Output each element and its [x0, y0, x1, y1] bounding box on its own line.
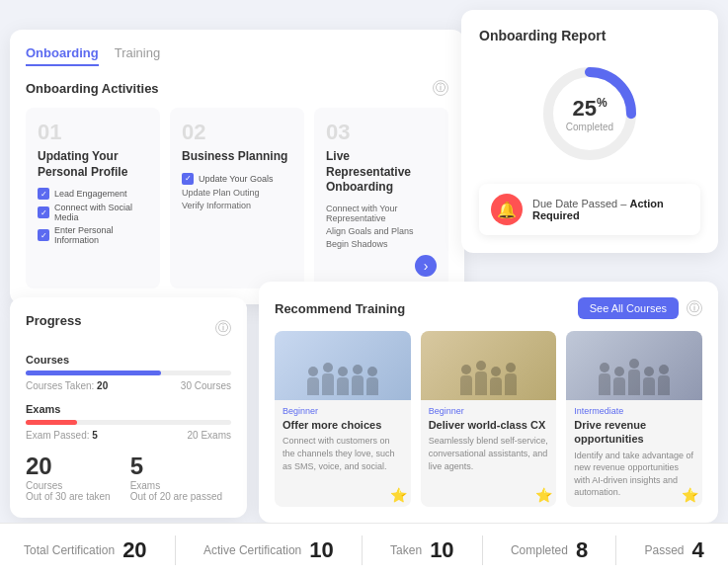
course-3-card[interactable]: ⭐ Intermediate Drive revenue opportuniti… [566, 331, 702, 507]
activity-3-plain-3: Begin Shadows [326, 239, 437, 249]
person-3 [337, 367, 349, 395]
activity-2-check-1: Update Your Goals [182, 173, 292, 185]
course-3-name: Drive revenue opportunities [574, 418, 694, 447]
exams-stat: 5 Exams Out of 20 are passed [130, 453, 222, 502]
donut-label: 25% Completed [566, 96, 613, 132]
passed-stat: Passed 4 [645, 537, 704, 563]
course-3-image: ⭐ [566, 331, 702, 400]
course-2-name: Deliver world-class CX [429, 418, 549, 432]
exams-bar-fill [26, 420, 77, 425]
course-3-scene [566, 331, 702, 400]
exams-passed-val: 5 [92, 430, 98, 441]
course-1-card[interactable]: ⭐ Beginner Offer more choices Connect wi… [275, 331, 411, 507]
course-1-level: Beginner [283, 406, 403, 416]
checkbox-2-1 [182, 173, 194, 185]
activity-1-check-3: Enter Personal Information [38, 225, 148, 245]
courses-meta: Courses Taken: 20 30 Courses [26, 380, 231, 391]
courses-grid: ⭐ Beginner Offer more choices Connect wi… [275, 331, 702, 507]
courses-bar-fill [26, 371, 161, 375]
onboarding-report-card: Onboarding Report 25% Completed 🔔 Due Da… [461, 10, 718, 253]
courses-bar-bg [26, 371, 231, 375]
donut-percent: 25% [566, 96, 613, 122]
course-1-name: Offer more choices [283, 418, 403, 432]
check-text-1-2: Connect with Social Media [54, 203, 148, 222]
active-cert-label: Active Certification [203, 543, 301, 557]
checkbox-1-3 [38, 229, 49, 241]
course-2-scene [421, 331, 557, 400]
activity-2-plain-1: Update Plan Outing [182, 188, 292, 198]
courses-stat: 20 Courses Out of 30 are taken [26, 453, 111, 502]
training-title: Recommend Training [275, 301, 405, 316]
course-3-level: Intermediate [574, 406, 694, 416]
activity-3-plain-2: Align Goals and Plans [326, 226, 437, 236]
exams-progress-section: Exams Exam Passed: 5 20 Exams [26, 403, 231, 441]
activities-grid: 01 Updating Your Personal Profile Lead E… [26, 108, 448, 288]
exams-passed-label: Exam Passed: [26, 430, 89, 441]
courses-total-meta: 30 Courses [181, 380, 231, 391]
person-7 [475, 361, 487, 395]
check-text-2-1: Update Your Goals [199, 174, 274, 184]
active-certification-stat: Active Certification 10 [203, 537, 334, 563]
onboarding-activities-card: Onboarding Training Onboarding Activitie… [10, 30, 464, 304]
donut-chart: 25% Completed [535, 59, 644, 168]
activities-title-row: Onboarding Activities ⓘ [26, 80, 448, 96]
donut-chart-container: 25% Completed [479, 59, 700, 168]
courses-taken-val: 20 [97, 380, 108, 391]
divider-2 [362, 536, 363, 565]
course-2-card[interactable]: ⭐ Beginner Deliver world-class CX Seamle… [421, 331, 557, 507]
divider-1 [175, 536, 176, 565]
person-5 [366, 367, 378, 395]
total-cert-value: 20 [122, 537, 146, 563]
person-13 [643, 367, 655, 395]
activity-3-arrow-btn[interactable] [415, 255, 437, 277]
tab-training[interactable]: Training [115, 45, 160, 66]
person-2 [322, 363, 334, 395]
activity-3-name: Live Representative Onboarding [326, 149, 437, 196]
course-1-star: ⭐ [390, 487, 407, 503]
activity-2-plain-2: Verify Information [182, 201, 292, 210]
courses-progress-section: Courses Courses Taken: 20 30 Courses [26, 354, 231, 391]
exams-stat-sub: Out of 20 are passed [130, 491, 222, 502]
check-text-1-3: Enter Personal Information [54, 225, 148, 245]
bottom-stats-bar: Total Certification 20 Active Certificat… [0, 523, 728, 577]
check-text-1-1: Lead Engagement [54, 189, 127, 199]
course-1-image: ⭐ [275, 331, 411, 400]
exams-meta: Exam Passed: 5 20 Exams [26, 430, 231, 441]
course-1-desc: Connect with customers on the channels t… [283, 435, 403, 472]
activity-1: 01 Updating Your Personal Profile Lead E… [26, 108, 160, 288]
taken-stat: Taken 10 [390, 537, 454, 563]
courses-stat-sub: Out of 30 are taken [26, 491, 111, 502]
courses-taken-label: Courses Taken: [26, 380, 94, 391]
passed-label: Passed [645, 543, 685, 557]
course-1-scene [275, 331, 411, 400]
activity-3-plain-1: Connect with Your Representative [326, 204, 437, 223]
training-info-icon[interactable]: ⓘ [687, 300, 702, 316]
person-11 [613, 367, 625, 395]
tab-onboarding[interactable]: Onboarding [26, 45, 99, 66]
exams-stat-val: 5 [130, 453, 222, 480]
progress-title-row: Progress ⓘ [26, 313, 231, 342]
divider-4 [615, 536, 616, 565]
checkbox-1-2 [38, 206, 49, 218]
activity-3: 03 Live Representative Onboarding Connec… [314, 108, 448, 288]
course-2-star: ⭐ [535, 487, 552, 503]
training-header: Recommend Training See All Courses ⓘ [275, 297, 702, 319]
courses-label: Courses [26, 354, 231, 366]
person-1 [307, 367, 319, 395]
progress-info-icon[interactable]: ⓘ [215, 320, 231, 336]
alert-prefix: Due Date Passed – [532, 198, 629, 209]
see-all-courses-button[interactable]: See All Courses [578, 297, 679, 319]
alert-box: 🔔 Due Date Passed – Action Required [479, 184, 700, 235]
course-2-desc: Seamlessly blend self-service, conversat… [429, 435, 549, 472]
report-title: Onboarding Report [479, 28, 700, 43]
activities-title: Onboarding Activities [26, 81, 159, 96]
activity-2: 02 Business Planning Update Your Goals U… [170, 108, 304, 288]
completed-stat: Completed 8 [511, 537, 588, 563]
exams-bar-bg [26, 420, 231, 425]
course-2-info: Beginner Deliver world-class CX Seamless… [421, 400, 557, 480]
person-4 [352, 365, 364, 395]
active-cert-value: 10 [309, 537, 333, 563]
progress-stats: 20 Courses Out of 30 are taken 5 Exams O… [26, 453, 231, 502]
taken-value: 10 [430, 537, 453, 563]
activities-info-icon[interactable]: ⓘ [433, 80, 448, 96]
